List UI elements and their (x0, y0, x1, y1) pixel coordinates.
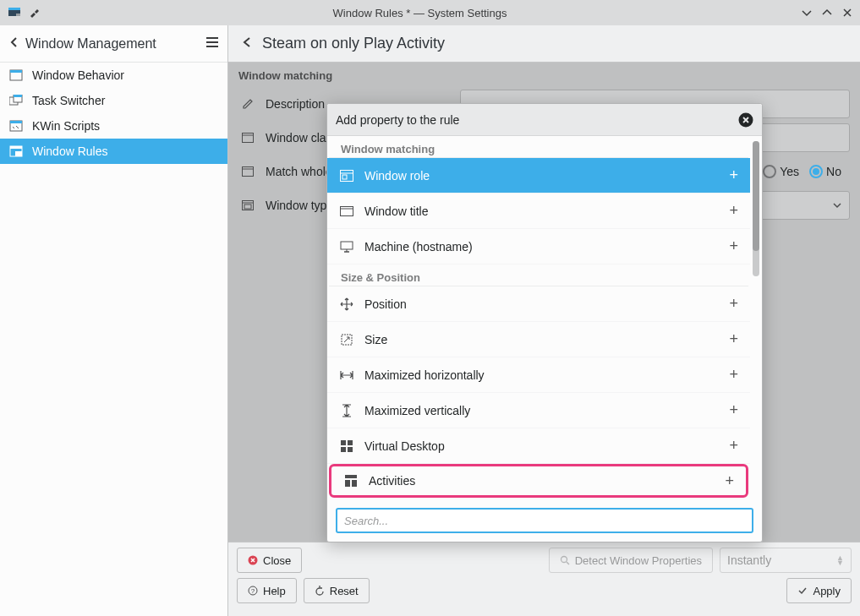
sidebar-item-label: Window Rules (32, 144, 107, 158)
popup-item-label: Activities (369, 474, 715, 488)
help-button[interactable]: ? Help (237, 578, 297, 603)
plus-icon: + (729, 330, 738, 348)
close-circle-icon (248, 555, 258, 565)
machine-icon (339, 241, 354, 253)
svg-rect-37 (341, 447, 346, 452)
bottom-bar: Close Detect Window Properties Instantly… (228, 542, 860, 616)
popup-section-size: Size & Position (329, 264, 748, 286)
back-icon[interactable] (240, 35, 254, 52)
popup-item-max-horizontal[interactable]: Maximized horizontally + (327, 357, 750, 393)
svg-line-22 (567, 562, 569, 564)
spin-arrows-icon: ▲▼ (836, 555, 844, 565)
popup-item-label: Maximized vertically (364, 404, 719, 417)
pin-icon[interactable] (29, 8, 39, 18)
reset-button[interactable]: Reset (304, 578, 370, 603)
sidebar-item-window-behavior[interactable]: Window Behavior (0, 63, 227, 88)
svg-rect-35 (341, 440, 346, 445)
popup-item-size[interactable]: Size + (327, 322, 750, 357)
delay-spinbox: Instantly ▲▼ (720, 548, 852, 573)
apply-button[interactable]: Apply (786, 578, 852, 603)
plus-icon: + (729, 166, 738, 184)
popup-item-max-vertical[interactable]: Maximized vertically + (327, 393, 750, 428)
page-title: Steam on only Play Activity (262, 35, 445, 52)
window-title-icon (339, 206, 354, 216)
window-title: Window Rules * — System Settings (39, 7, 801, 19)
svg-rect-7 (14, 95, 22, 97)
svg-rect-38 (348, 447, 353, 452)
popup-section-matching: Window matching (329, 136, 748, 158)
scrollbar[interactable] (753, 141, 759, 276)
svg-rect-15 (243, 167, 254, 177)
svg-rect-12 (15, 151, 22, 156)
app-icon (7, 5, 22, 20)
window-role-icon (339, 170, 354, 182)
titlebar: Window Rules * — System Settings (0, 0, 860, 25)
section-window-matching: Window matching (228, 63, 860, 87)
popup-item-window-title[interactable]: Window title + (327, 194, 750, 229)
popup-body: Window matching Window role + Window tit… (327, 136, 762, 503)
sidebar-item-task-switcher[interactable]: Task Switcher (0, 88, 227, 113)
close-icon[interactable] (841, 7, 853, 19)
sidebar-item-window-rules[interactable]: Window Rules (0, 139, 227, 164)
popup-item-label: Position (364, 297, 719, 311)
sidebar-item-label: Task Switcher (32, 94, 105, 107)
sidebar-item-kwin-scripts[interactable]: KWin Scripts (0, 113, 227, 139)
plus-icon: + (729, 295, 738, 313)
svg-rect-40 (345, 480, 350, 487)
undo-icon (315, 586, 325, 596)
plus-icon: + (729, 202, 738, 220)
popup-item-label: Virtual Desktop (364, 439, 719, 453)
window-icon (238, 166, 257, 177)
scripts-icon (8, 118, 24, 134)
add-property-popup: Add property to the rule Window matching… (326, 103, 763, 542)
plus-icon: + (729, 237, 738, 255)
radio-yes[interactable]: Yes (763, 165, 799, 178)
popup-close-icon[interactable] (738, 112, 753, 128)
max-horizontal-icon (339, 370, 354, 380)
svg-point-21 (561, 557, 567, 563)
resize-icon (339, 334, 354, 346)
move-icon (339, 297, 354, 311)
activities-icon (343, 475, 359, 487)
popup-item-label: Size (364, 333, 719, 346)
svg-rect-2 (16, 14, 20, 16)
svg-rect-28 (342, 175, 347, 179)
popup-item-machine[interactable]: Machine (hostname) + (327, 229, 750, 264)
edit-icon (238, 98, 257, 110)
popup-item-activities[interactable]: Activities + (329, 464, 748, 498)
plus-icon: + (725, 472, 734, 490)
detect-button: Detect Window Properties (549, 548, 713, 573)
window-types-icon (238, 200, 257, 210)
sidebar-item-label: KWin Scripts (32, 119, 100, 133)
popup-search-input[interactable] (336, 508, 753, 533)
virtual-desktop-icon (339, 440, 354, 452)
popup-item-label: Maximized horizontally (364, 368, 719, 382)
page-header: Steam on only Play Activity (228, 25, 860, 63)
radio-no[interactable]: No (809, 165, 841, 178)
popup-title: Add property to the rule (336, 113, 738, 127)
hamburger-icon[interactable] (205, 36, 219, 51)
plus-icon: + (729, 401, 738, 419)
svg-rect-31 (341, 242, 353, 249)
minimize-icon[interactable] (801, 7, 813, 19)
maximize-icon[interactable] (821, 7, 833, 19)
max-vertical-icon (339, 404, 354, 417)
svg-rect-19 (244, 204, 251, 209)
popup-header: Add property to the rule (327, 104, 762, 136)
popup-item-label: Machine (hostname) (364, 240, 719, 253)
popup-item-label: Window role (364, 169, 719, 183)
window-icon (8, 68, 24, 83)
popup-item-position[interactable]: Position + (327, 286, 750, 322)
search-icon (560, 555, 570, 565)
svg-rect-13 (243, 134, 254, 143)
sidebar-header: Window Management (0, 25, 227, 63)
back-icon[interactable] (8, 36, 20, 51)
svg-rect-1 (8, 8, 20, 10)
popup-item-window-role[interactable]: Window role + (327, 158, 750, 194)
svg-rect-11 (10, 146, 22, 149)
popup-item-virtual-desktop[interactable]: Virtual Desktop + (327, 428, 750, 464)
close-button[interactable]: Close (237, 548, 302, 573)
svg-rect-4 (10, 70, 22, 73)
plus-icon: + (729, 437, 738, 455)
svg-rect-9 (10, 121, 22, 123)
